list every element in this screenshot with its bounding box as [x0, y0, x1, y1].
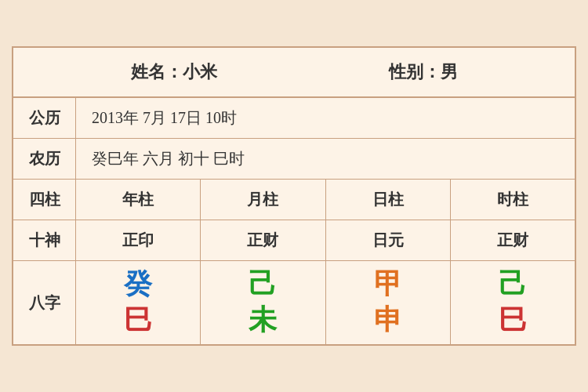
bazi-di-1: 未 [249, 305, 277, 336]
bazi-col-0: 癸 巳 [76, 261, 201, 343]
shishen-label: 十神 [13, 220, 76, 260]
nong-li-label: 农历 [13, 139, 76, 179]
gong-li-row: 公历 2013年 7月 17日 10时 [13, 98, 575, 139]
bazi-label: 八字 [13, 261, 76, 343]
col-header-shi: 时柱 [451, 180, 575, 220]
gong-li-label: 公历 [13, 98, 76, 138]
main-container: 姓名：小米 性别：男 公历 2013年 7月 17日 10时 农历 癸巳年 六月… [12, 46, 576, 345]
nong-li-value: 癸巳年 六月 初十 巳时 [76, 139, 260, 179]
shishen-2: 日元 [326, 220, 451, 260]
bazi-tian-0: 癸 [124, 269, 152, 300]
gender-label: 性别：男 [389, 60, 458, 84]
bazi-row: 八字 癸 巳 己 未 甲 申 己 巳 [13, 261, 575, 343]
nong-li-row: 农历 癸巳年 六月 初十 巳时 [13, 139, 575, 180]
gong-li-value: 2013年 7月 17日 10时 [76, 98, 252, 138]
bazi-tian-2: 甲 [374, 269, 402, 300]
bazi-col-1: 己 未 [201, 261, 325, 343]
col-header-ri: 日柱 [326, 180, 451, 220]
header-row: 姓名：小米 性别：男 [13, 48, 575, 98]
bazi-tian-3: 己 [499, 269, 527, 300]
shishen-1: 正财 [201, 220, 325, 260]
col-header-nian: 年柱 [76, 180, 201, 220]
bazi-di-2: 申 [374, 305, 402, 336]
sizhu-header-row: 四柱 年柱 月柱 日柱 时柱 [13, 180, 575, 220]
sizhu-label: 四柱 [13, 180, 76, 220]
bazi-di-0: 巳 [124, 305, 152, 336]
name-label: 姓名：小米 [131, 60, 217, 84]
bazi-di-3: 巳 [499, 305, 527, 336]
shishen-3: 正财 [451, 220, 575, 260]
shishen-0: 正印 [76, 220, 201, 260]
col-header-yue: 月柱 [201, 180, 325, 220]
bazi-col-2: 甲 申 [326, 261, 451, 343]
bazi-col-3: 己 巳 [451, 261, 575, 343]
shishen-row: 十神 正印 正财 日元 正财 [13, 220, 575, 261]
bazi-tian-1: 己 [249, 269, 277, 300]
